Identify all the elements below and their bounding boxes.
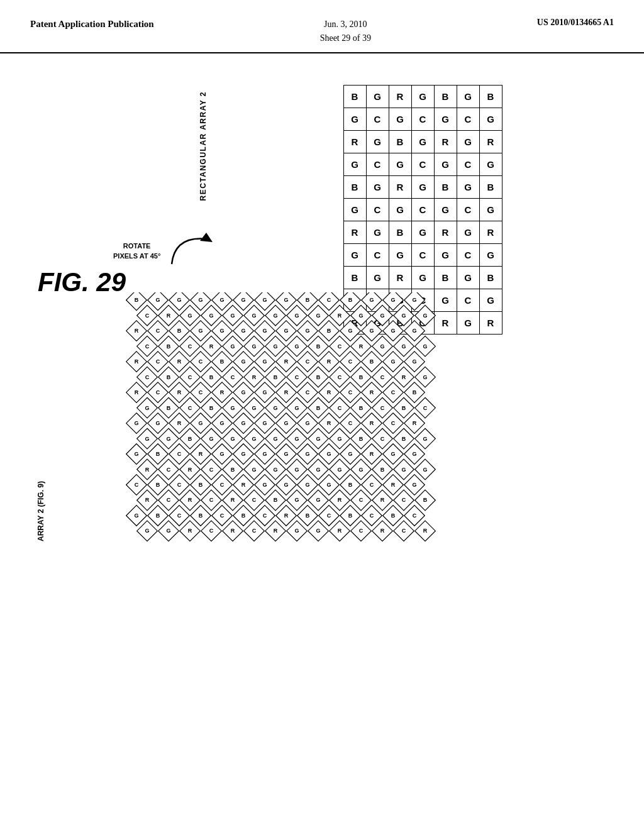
svg-text:C: C (156, 358, 160, 365)
patent-number: US 2010/0134665 A1 (537, 18, 614, 28)
svg-text:G: G (337, 435, 341, 441)
svg-text:G: G (316, 466, 320, 472)
svg-text:C: C (188, 404, 192, 411)
svg-text:G: G (262, 420, 267, 426)
grid-cell: G (366, 221, 389, 243)
grid-cell: R (389, 85, 411, 108)
svg-text:C: C (348, 420, 353, 426)
svg-text:B: B (348, 512, 353, 519)
svg-text:G: G (241, 420, 245, 426)
svg-text:R: R (188, 497, 192, 503)
svg-text:G: G (145, 528, 149, 534)
svg-text:G: G (241, 389, 245, 396)
grid-cell: B (389, 130, 411, 153)
svg-text:R: R (380, 497, 385, 503)
svg-text:B: B (199, 482, 203, 488)
svg-text:B: B (274, 374, 278, 380)
svg-text:G: G (316, 435, 320, 441)
svg-text:R: R (370, 389, 374, 396)
grid-cell: G (479, 243, 502, 266)
svg-text:B: B (316, 374, 321, 380)
svg-text:B: B (402, 404, 406, 411)
rotate-arrow-icon (165, 230, 222, 274)
svg-text:G: G (412, 482, 416, 488)
table-row: G C G C G C G (343, 153, 502, 175)
svg-text:B: B (402, 435, 406, 441)
svg-text:C: C (380, 404, 385, 411)
grid-cell: R (389, 175, 411, 198)
svg-text:R: R (135, 389, 139, 396)
svg-text:G: G (230, 435, 235, 441)
svg-text:C: C (370, 482, 374, 488)
svg-text:B: B (391, 512, 396, 519)
svg-text:R: R (188, 528, 192, 534)
svg-text:G: G (273, 404, 277, 411)
svg-text:G: G (412, 451, 416, 457)
grid-cell: G (434, 153, 457, 175)
grid-cell: G (434, 108, 457, 130)
svg-text:C: C (327, 297, 331, 303)
svg-text:R: R (359, 343, 364, 349)
svg-text:G: G (262, 389, 267, 396)
svg-text:C: C (135, 482, 139, 488)
array2-label-text: ARRAY 2 (FIG. 9) (36, 481, 45, 541)
svg-text:B: B (209, 404, 214, 411)
svg-text:G: G (219, 451, 224, 457)
svg-text:G: G (380, 313, 384, 319)
svg-text:C: C (209, 466, 214, 472)
svg-text:G: G (284, 328, 288, 334)
svg-text:C: C (167, 466, 171, 472)
svg-text:R: R (242, 482, 246, 488)
grid-cell: C (457, 108, 479, 130)
svg-text:C: C (252, 497, 257, 503)
svg-text:R: R (220, 389, 225, 396)
table-row: R G B G R G R (343, 221, 502, 243)
grid-cell: B (479, 175, 502, 198)
grid-cell: G (457, 175, 479, 198)
svg-text:R: R (167, 313, 171, 319)
svg-text:G: G (273, 313, 277, 319)
svg-text:R: R (177, 420, 182, 426)
svg-text:G: G (262, 358, 267, 365)
svg-text:G: G (262, 328, 267, 334)
svg-text:C: C (252, 528, 257, 534)
svg-text:G: G (348, 451, 352, 457)
svg-text:G: G (219, 297, 224, 303)
grid-cell: R (389, 266, 411, 289)
svg-text:G: G (423, 343, 427, 349)
svg-text:R: R (338, 313, 342, 319)
rotate-label-line2: PIXELS AT 45° (113, 252, 160, 260)
grid-cell: B (479, 85, 502, 108)
grid-cell: R (343, 221, 366, 243)
svg-text:R: R (252, 374, 257, 380)
grid-cell: B (434, 85, 457, 108)
svg-text:G: G (284, 420, 288, 426)
table-row: B G R G B G B (343, 266, 502, 289)
svg-text:G: G (294, 343, 299, 349)
svg-text:R: R (231, 528, 235, 534)
grid-cell: G (457, 221, 479, 243)
svg-text:R: R (135, 358, 139, 365)
svg-text:G: G (273, 343, 277, 349)
svg-text:B: B (231, 466, 235, 472)
svg-text:R: R (327, 358, 331, 365)
svg-text:G: G (155, 297, 160, 303)
svg-text:R: R (391, 482, 396, 488)
svg-text:B: B (348, 297, 353, 303)
grid-cell: G (343, 153, 366, 175)
grid-cell: B (389, 221, 411, 243)
diamond-grid-svg: .dc { font-size: 9px; font-family: Arial… (126, 292, 604, 830)
svg-text:C: C (156, 389, 160, 396)
diamond-array-section: .dc { font-size: 9px; font-family: Arial… (126, 292, 604, 830)
svg-text:R: R (177, 358, 182, 365)
svg-text:G: G (166, 528, 170, 534)
svg-text:C: C (209, 497, 214, 503)
svg-text:R: R (338, 528, 342, 534)
rectangular-array-label: RECTANGULAR ARRAY 2 (199, 91, 208, 201)
publication-date: Jun. 3, 2010 (320, 18, 371, 31)
svg-text:G: G (305, 328, 309, 334)
svg-text:B: B (316, 343, 321, 349)
svg-text:G: G (391, 297, 395, 303)
svg-text:G: G (294, 497, 299, 503)
svg-text:B: B (380, 466, 385, 472)
